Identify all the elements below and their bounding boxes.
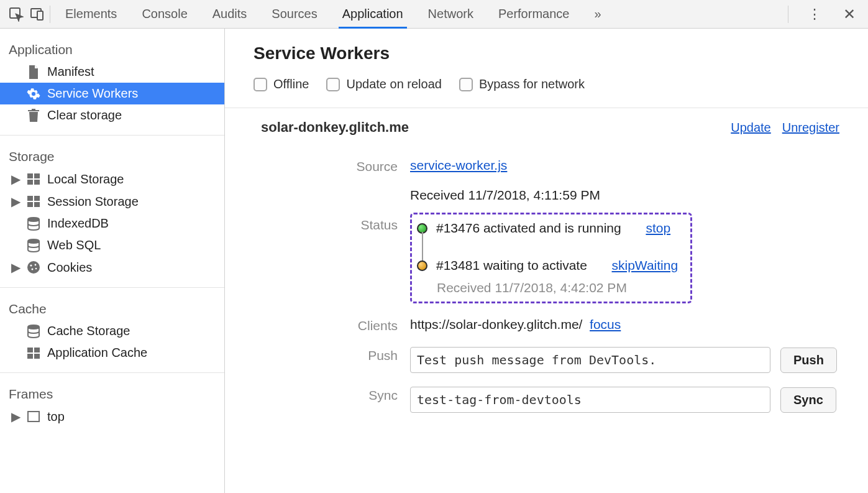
label: Update on reload bbox=[346, 77, 441, 91]
sidebar-item-label: Web SQL bbox=[47, 238, 101, 252]
push-button[interactable]: Push bbox=[780, 348, 837, 373]
tab-performance[interactable]: Performance bbox=[498, 0, 570, 28]
db-icon bbox=[26, 239, 41, 252]
host-title: solar-donkey.glitch.me bbox=[261, 119, 409, 136]
sidebar-section-storage: Storage bbox=[0, 144, 224, 168]
status-text: #13476 activated and is running bbox=[436, 221, 621, 236]
sidebar-item-top[interactable]: ▶ top bbox=[0, 405, 224, 428]
label: Bypass for network bbox=[479, 77, 585, 91]
svg-point-16 bbox=[32, 269, 34, 270]
status-box: #13476 activated and is running stop #13… bbox=[410, 213, 692, 303]
chevron-right-icon: ▶ bbox=[11, 409, 20, 424]
sidebar-item-indexeddb[interactable]: IndexedDB bbox=[0, 213, 224, 234]
sidebar-section-application: Application bbox=[0, 37, 224, 61]
svg-rect-21 bbox=[27, 354, 33, 359]
svg-rect-8 bbox=[34, 196, 40, 201]
bypass-for-network-checkbox[interactable]: Bypass for network bbox=[459, 77, 585, 91]
svg-rect-6 bbox=[34, 180, 40, 185]
sidebar-item-label: Cookies bbox=[47, 260, 92, 275]
svg-point-18 bbox=[28, 325, 39, 329]
kebab-icon[interactable]: ⋮ bbox=[806, 6, 823, 23]
main-panel: Service Workers Offline Update on reload… bbox=[225, 29, 868, 493]
sidebar-item-service-workers[interactable]: Service Workers bbox=[0, 83, 224, 104]
db-icon bbox=[26, 217, 41, 231]
sidebar-item-label: Manifest bbox=[47, 65, 94, 79]
sync-tag-input[interactable] bbox=[410, 387, 770, 413]
tab-application[interactable]: Application bbox=[342, 0, 403, 28]
chevron-right-icon: ▶ bbox=[11, 172, 20, 187]
devtools-tab-bar: Elements Console Audits Sources Applicat… bbox=[0, 0, 868, 29]
svg-point-14 bbox=[30, 264, 32, 266]
sidebar-item-label: Session Storage bbox=[47, 195, 139, 209]
update-on-reload-checkbox[interactable]: Update on reload bbox=[326, 77, 441, 91]
sidebar-item-label: Clear storage bbox=[47, 108, 122, 122]
db-icon bbox=[26, 325, 41, 338]
tab-console[interactable]: Console bbox=[142, 0, 187, 28]
sidebar-item-websql[interactable]: Web SQL bbox=[0, 234, 224, 256]
sidebar-item-label: Service Workers bbox=[47, 86, 138, 101]
label-received: Received bbox=[410, 188, 465, 202]
sidebar-item-cookies[interactable]: ▶ Cookies bbox=[0, 256, 224, 279]
svg-rect-4 bbox=[34, 173, 40, 178]
status-waiting: #13481 waiting to activate skipWaiting bbox=[417, 258, 678, 273]
sidebar-item-clear-storage[interactable]: Clear storage bbox=[0, 104, 224, 126]
svg-rect-2 bbox=[37, 11, 43, 20]
svg-point-15 bbox=[35, 264, 37, 266]
grid-icon bbox=[26, 348, 41, 359]
tab-more[interactable]: » bbox=[594, 0, 601, 28]
sidebar-item-local-storage[interactable]: ▶ Local Storage bbox=[0, 168, 224, 190]
application-sidebar: Application Manifest Service Workers Cle… bbox=[0, 29, 225, 493]
offline-checkbox[interactable]: Offline bbox=[254, 77, 309, 91]
inspect-icon[interactable] bbox=[7, 6, 25, 23]
tab-audits[interactable]: Audits bbox=[212, 0, 247, 28]
source-link[interactable]: service-worker.js bbox=[410, 158, 507, 172]
label-sync: Sync bbox=[261, 387, 398, 413]
svg-rect-10 bbox=[34, 202, 40, 207]
device-toggle-icon[interactable] bbox=[29, 6, 46, 23]
sidebar-section-cache: Cache bbox=[0, 297, 224, 320]
trash-icon bbox=[26, 109, 41, 122]
sidebar-section-frames: Frames bbox=[0, 382, 224, 405]
sidebar-item-cache-storage[interactable]: Cache Storage bbox=[0, 320, 224, 342]
chevron-right-icon: ▶ bbox=[11, 260, 20, 275]
update-link[interactable]: Update bbox=[731, 121, 771, 135]
label-push: Push bbox=[261, 347, 398, 373]
focus-link[interactable]: focus bbox=[590, 317, 621, 331]
skipwaiting-link[interactable]: skipWaiting bbox=[612, 258, 678, 273]
svg-point-13 bbox=[27, 261, 40, 274]
label: Offline bbox=[273, 77, 309, 91]
page-title: Service Workers bbox=[254, 44, 868, 63]
label-clients: Clients bbox=[261, 317, 398, 333]
svg-rect-20 bbox=[34, 348, 40, 352]
sidebar-item-session-storage[interactable]: ▶ Session Storage bbox=[0, 190, 224, 213]
sidebar-item-label: Local Storage bbox=[47, 172, 124, 187]
file-icon bbox=[26, 65, 41, 79]
tab-elements[interactable]: Elements bbox=[65, 0, 117, 28]
options-row: Offline Update on reload Bypass for netw… bbox=[254, 77, 868, 91]
svg-rect-7 bbox=[27, 196, 33, 201]
received-timestamp: 11/7/2018, 4:11:59 PM bbox=[468, 188, 600, 202]
svg-rect-3 bbox=[27, 173, 33, 178]
sidebar-item-application-cache[interactable]: Application Cache bbox=[0, 342, 224, 364]
svg-point-12 bbox=[28, 239, 39, 243]
cookie-icon bbox=[26, 260, 41, 274]
gear-icon bbox=[26, 87, 41, 101]
sidebar-item-label: Cache Storage bbox=[47, 324, 130, 338]
push-message-input[interactable] bbox=[410, 347, 770, 373]
status-text: #13481 waiting to activate bbox=[436, 258, 587, 273]
tab-network[interactable]: Network bbox=[428, 0, 473, 28]
tab-sources[interactable]: Sources bbox=[272, 0, 317, 28]
sidebar-item-label: IndexedDB bbox=[47, 216, 109, 231]
status-received-2: Received 11/7/2018, 4:42:02 PM bbox=[417, 280, 678, 295]
stop-link[interactable]: stop bbox=[646, 221, 670, 236]
svg-point-11 bbox=[28, 218, 39, 221]
sidebar-item-label: top bbox=[47, 410, 65, 424]
frame-icon bbox=[26, 411, 41, 422]
status-dot-waiting-icon bbox=[417, 260, 427, 271]
sync-button[interactable]: Sync bbox=[780, 387, 836, 413]
sidebar-item-manifest[interactable]: Manifest bbox=[0, 61, 224, 83]
close-icon[interactable]: ✕ bbox=[841, 6, 858, 23]
unregister-link[interactable]: Unregister bbox=[782, 121, 839, 135]
sidebar-item-label: Application Cache bbox=[47, 346, 147, 360]
svg-rect-5 bbox=[27, 180, 33, 185]
